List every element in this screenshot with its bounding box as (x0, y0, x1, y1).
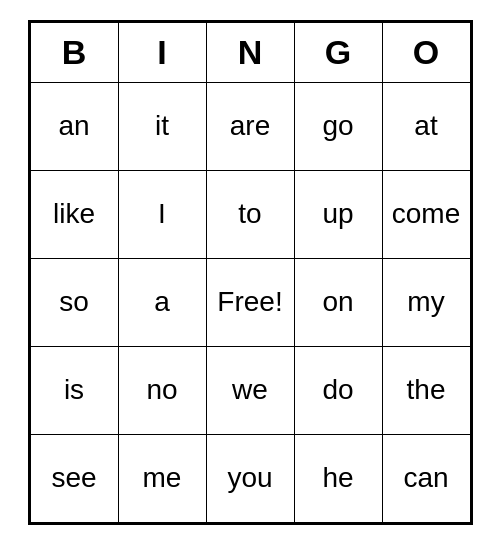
cell-r0-c0: an (30, 82, 118, 170)
cell-r4-c3: he (294, 434, 382, 522)
cell-r1-c3: up (294, 170, 382, 258)
header-o: O (382, 22, 470, 82)
cell-r3-c4: the (382, 346, 470, 434)
header-g: G (294, 22, 382, 82)
cell-r1-c2: to (206, 170, 294, 258)
table-row: isnowedothe (30, 346, 470, 434)
cell-r2-c1: a (118, 258, 206, 346)
cell-r2-c0: so (30, 258, 118, 346)
cell-r4-c1: me (118, 434, 206, 522)
cell-r4-c4: can (382, 434, 470, 522)
bingo-table: B I N G O anitaregoatlikeItoupcomesoaFre… (30, 22, 471, 523)
bingo-body: anitaregoatlikeItoupcomesoaFree!onmyisno… (30, 82, 470, 522)
cell-r1-c4: come (382, 170, 470, 258)
table-row: anitaregoat (30, 82, 470, 170)
header-i: I (118, 22, 206, 82)
bingo-card: B I N G O anitaregoatlikeItoupcomesoaFre… (28, 20, 473, 525)
table-row: likeItoupcome (30, 170, 470, 258)
cell-r0-c1: it (118, 82, 206, 170)
cell-r2-c2: Free! (206, 258, 294, 346)
cell-r3-c2: we (206, 346, 294, 434)
header-row: B I N G O (30, 22, 470, 82)
cell-r1-c0: like (30, 170, 118, 258)
table-row: seemeyouhecan (30, 434, 470, 522)
cell-r3-c3: do (294, 346, 382, 434)
cell-r4-c2: you (206, 434, 294, 522)
cell-r1-c1: I (118, 170, 206, 258)
header-n: N (206, 22, 294, 82)
header-b: B (30, 22, 118, 82)
cell-r0-c3: go (294, 82, 382, 170)
cell-r2-c3: on (294, 258, 382, 346)
cell-r3-c0: is (30, 346, 118, 434)
cell-r2-c4: my (382, 258, 470, 346)
cell-r0-c2: are (206, 82, 294, 170)
cell-r3-c1: no (118, 346, 206, 434)
cell-r4-c0: see (30, 434, 118, 522)
table-row: soaFree!onmy (30, 258, 470, 346)
cell-r0-c4: at (382, 82, 470, 170)
